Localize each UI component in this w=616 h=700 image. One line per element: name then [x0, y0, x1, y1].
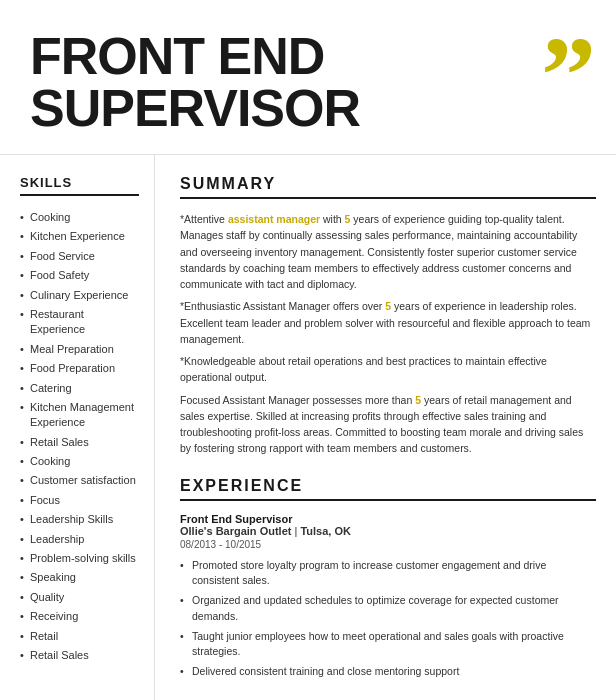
- skill-item: Customer satisfaction: [20, 471, 139, 490]
- skill-item: Kitchen Management Experience: [20, 398, 139, 433]
- skills-list: CookingKitchen ExperienceFood ServiceFoo…: [20, 208, 139, 665]
- skill-item: Receiving: [20, 607, 139, 626]
- skill-item: Cooking: [20, 208, 139, 227]
- job-bullets-1: Promoted store loyalty program to increa…: [180, 556, 596, 682]
- job-bullet: Taught junior employees how to meet oper…: [180, 627, 596, 663]
- skill-item: Leadership Skills: [20, 510, 139, 529]
- skill-item: Meal Preparation: [20, 340, 139, 359]
- experience-section: EXPERIENCE Front End Supervisor Ollie's …: [180, 477, 596, 682]
- summary-para-1: *Attentive assistant manager with 5 year…: [180, 211, 596, 292]
- title-line1: FRONT END: [30, 27, 324, 85]
- title-line2: SUPERVISOR: [30, 79, 360, 137]
- job-entry-1: Front End Supervisor Ollie's Bargain Out…: [180, 513, 596, 682]
- skills-section-title: SKILLS: [20, 175, 139, 196]
- skill-item: Retail Sales: [20, 646, 139, 665]
- right-content: SUMMARY *Attentive assistant manager wit…: [155, 155, 616, 700]
- summary-title: SUMMARY: [180, 175, 596, 199]
- skill-item: Culinary Experience: [20, 286, 139, 305]
- job-bullet: Delivered consistent training and close …: [180, 662, 596, 682]
- summary-para-3: *Knowledgeable about retail operations a…: [180, 353, 596, 386]
- summary-para-2: *Enthusiastic Assistant Manager offers o…: [180, 298, 596, 347]
- highlight-1: assistant manager: [228, 213, 320, 225]
- skill-item: Restaurant Experience: [20, 305, 139, 340]
- skill-item: Cooking: [20, 452, 139, 471]
- experience-title: EXPERIENCE: [180, 477, 596, 501]
- skill-item: Retail: [20, 627, 139, 646]
- job-title-1: Front End Supervisor: [180, 513, 596, 525]
- job-dates-1: 08/2013 - 10/2015: [180, 539, 596, 550]
- page-title: FRONT END SUPERVISOR: [30, 30, 410, 134]
- main-content: SKILLS CookingKitchen ExperienceFood Ser…: [0, 155, 616, 700]
- job-company-1: Ollie's Bargain Outlet | Tulsa, OK: [180, 525, 596, 537]
- skill-item: Problem-solving skills: [20, 549, 139, 568]
- skill-item: Retail Sales: [20, 433, 139, 452]
- summary-section: SUMMARY *Attentive assistant manager wit…: [180, 175, 596, 457]
- header: FRONT END SUPERVISOR ”: [0, 0, 616, 155]
- job-bullet: Organized and updated schedules to optim…: [180, 591, 596, 627]
- highlight-2: 5: [345, 213, 351, 225]
- skill-item: Food Safety: [20, 266, 139, 285]
- job-location-1: Tulsa, OK: [300, 525, 351, 537]
- highlight-4: 5: [415, 394, 421, 406]
- company-name-1: Ollie's Bargain Outlet: [180, 525, 291, 537]
- skill-item: Kitchen Experience: [20, 227, 139, 246]
- skill-item: Food Service: [20, 247, 139, 266]
- skill-item: Catering: [20, 379, 139, 398]
- skill-item: Quality: [20, 588, 139, 607]
- job-bullet: Promoted store loyalty program to increa…: [180, 556, 596, 592]
- skill-item: Food Preparation: [20, 359, 139, 378]
- skill-item: Leadership: [20, 530, 139, 549]
- skill-item: Focus: [20, 491, 139, 510]
- decorative-quote: ”: [541, 20, 596, 130]
- sidebar: SKILLS CookingKitchen ExperienceFood Ser…: [0, 155, 155, 700]
- skill-item: Speaking: [20, 568, 139, 587]
- highlight-3: 5: [385, 300, 391, 312]
- summary-para-4: Focused Assistant Manager possesses more…: [180, 392, 596, 457]
